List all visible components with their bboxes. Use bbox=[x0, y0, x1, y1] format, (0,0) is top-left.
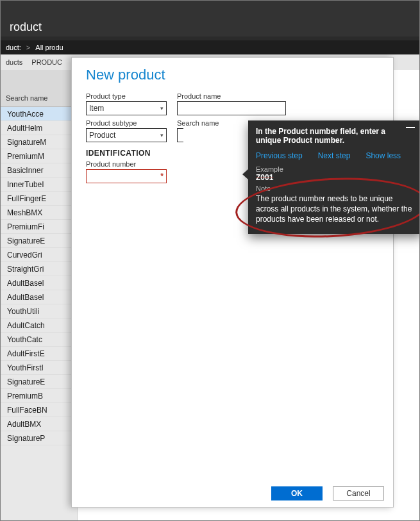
title-bar: roduct bbox=[1, 1, 419, 37]
product-name-input[interactable] bbox=[177, 101, 286, 115]
table-row[interactable]: SignatureM bbox=[1, 135, 77, 149]
tab-products[interactable]: ducts bbox=[6, 58, 22, 66]
table-row[interactable]: SignatureE bbox=[1, 375, 77, 389]
table-row[interactable]: SignatureP bbox=[1, 431, 77, 445]
table-row[interactable]: InnerTubeI bbox=[1, 178, 77, 192]
tooltip-example-label: Example bbox=[256, 165, 415, 173]
table-row[interactable]: SignatureE bbox=[1, 234, 77, 248]
next-step-link[interactable]: Next step bbox=[318, 151, 351, 160]
product-subtype-select[interactable]: Product ▾ bbox=[86, 128, 167, 142]
tooltip-title: In the Product number field, enter a uni… bbox=[256, 127, 415, 145]
product-type-label: Product type bbox=[86, 92, 167, 100]
chevron-down-icon: ▾ bbox=[160, 132, 164, 138]
product-number-input[interactable]: * bbox=[86, 169, 167, 183]
tooltip-pointer-icon bbox=[242, 169, 248, 179]
tab-product-uppercase[interactable]: PRODUC bbox=[31, 58, 62, 66]
table-row[interactable]: FullFingerE bbox=[1, 192, 77, 206]
product-subtype-value: Product bbox=[89, 131, 115, 140]
table-row[interactable]: AdultBasel bbox=[1, 276, 77, 290]
new-product-panel: New product Product type Item ▾ Product … bbox=[71, 57, 394, 508]
panel-title: New product bbox=[86, 67, 382, 83]
table-row[interactable]: FullFaceBN bbox=[1, 403, 77, 417]
table-row[interactable]: YouthCatc bbox=[1, 333, 77, 347]
product-type-select[interactable]: Item ▾ bbox=[86, 101, 167, 115]
breadcrumb: duct: > All produ bbox=[1, 40, 419, 54]
table-row[interactable]: MeshBMX bbox=[1, 206, 77, 220]
product-name-label: Product name bbox=[177, 92, 286, 100]
search-name-label: Search name bbox=[177, 119, 219, 127]
table-row[interactable]: YouthFirstI bbox=[1, 361, 77, 375]
cancel-button[interactable]: Cancel bbox=[333, 486, 384, 500]
previous-step-link[interactable]: Previous step bbox=[256, 151, 303, 160]
products-grid: Search name YouthAcceAdultHelmSignatureM… bbox=[1, 70, 78, 520]
button-row: OK Cancel bbox=[271, 486, 384, 500]
table-row[interactable]: YouthAcce bbox=[1, 107, 77, 121]
table-row[interactable]: AdultBasel bbox=[1, 290, 77, 304]
table-row[interactable]: PremiumFi bbox=[1, 220, 77, 234]
product-subtype-label: Product subtype bbox=[86, 119, 167, 127]
product-type-value: Item bbox=[89, 104, 104, 113]
ok-button[interactable]: OK bbox=[271, 486, 323, 500]
guide-tooltip: In the Product number field, enter a uni… bbox=[248, 120, 420, 234]
breadcrumb-item[interactable]: All produ bbox=[35, 44, 63, 51]
tooltip-note-text: The product number needs to be unique ac… bbox=[256, 194, 415, 225]
required-asterisk-icon: * bbox=[160, 172, 164, 181]
collapse-icon[interactable] bbox=[406, 127, 415, 128]
table-row[interactable]: AdultHelm bbox=[1, 121, 77, 135]
search-name-input[interactable] bbox=[177, 128, 183, 142]
table-row[interactable]: BasicInner bbox=[1, 163, 77, 178]
breadcrumb-item[interactable]: duct: bbox=[6, 44, 21, 51]
table-row[interactable]: PremiumM bbox=[1, 149, 77, 163]
table-row[interactable]: AdultCatch bbox=[1, 318, 77, 333]
breadcrumb-separator: > bbox=[26, 44, 30, 51]
table-row[interactable]: PremiumB bbox=[1, 389, 77, 403]
chevron-down-icon: ▾ bbox=[160, 105, 164, 112]
table-row[interactable]: StraightGri bbox=[1, 262, 77, 276]
table-row[interactable]: YouthUtili bbox=[1, 304, 77, 318]
table-row[interactable]: AdultBMX bbox=[1, 417, 77, 431]
grid-column-header[interactable]: Search name bbox=[1, 70, 77, 107]
show-less-link[interactable]: Show less bbox=[365, 151, 401, 160]
app-title: roduct bbox=[10, 21, 42, 34]
tooltip-note-label: Note bbox=[256, 185, 415, 192]
table-row[interactable]: CurvedGri bbox=[1, 248, 77, 262]
table-row[interactable]: AdultFirstE bbox=[1, 347, 77, 361]
tooltip-example-value: Z001 bbox=[256, 173, 415, 182]
